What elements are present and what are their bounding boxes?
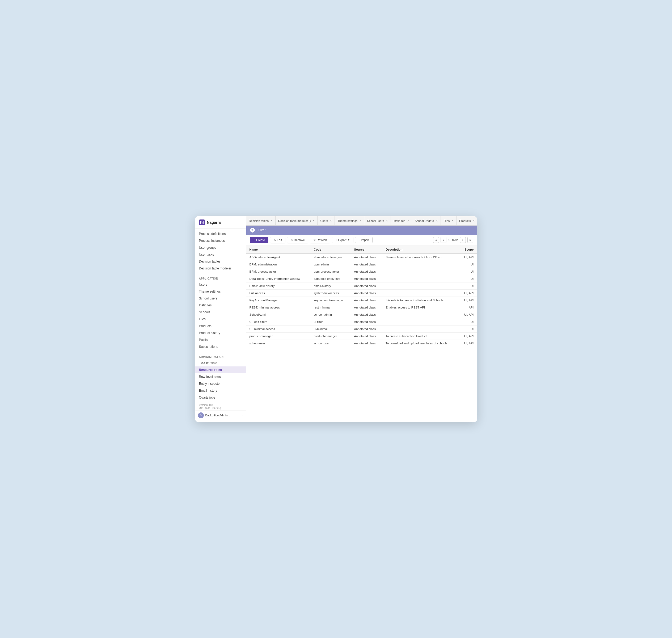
- sidebar-item-subscriptions[interactable]: Subscriptions: [195, 343, 246, 350]
- cell-name: BPM: administration: [246, 261, 310, 268]
- cell-source: Annotated class: [351, 289, 382, 297]
- filter-button[interactable]: Filter: [257, 228, 267, 233]
- cell-source: Annotated class: [351, 311, 382, 318]
- sidebar-item-label: Product history: [199, 331, 220, 335]
- cell-code: bpm-process-actor: [310, 268, 351, 275]
- tab-files[interactable]: Files ✕: [441, 216, 456, 225]
- sidebar-item-product-history[interactable]: Product history: [195, 330, 246, 336]
- last-page-button[interactable]: »: [467, 237, 473, 243]
- user-footer[interactable]: B Backoffice Admin... ›: [195, 410, 246, 420]
- sidebar-item-email-history[interactable]: Email history: [195, 387, 246, 394]
- sidebar-item-files[interactable]: Files: [195, 316, 246, 323]
- tab-school-users[interactable]: School users ✕: [364, 216, 391, 225]
- sidebar-item-label: Theme settings: [199, 290, 221, 293]
- sidebar-item-resource-roles[interactable]: Resource roles: [195, 366, 246, 373]
- sidebar-item-process-instances[interactable]: Process instances: [195, 237, 246, 244]
- prev-page-button[interactable]: ‹: [440, 237, 447, 243]
- table-row[interactable]: UI: minimal access ui-minimal Annotated …: [246, 325, 477, 332]
- tab-close-school-users[interactable]: ✕: [386, 219, 388, 222]
- sidebar-item-decision-table-modeler[interactable]: Decision table modeler: [195, 265, 246, 272]
- tab-close-users[interactable]: ✕: [330, 219, 332, 222]
- table-row[interactable]: Data Tools: Entity Information window da…: [246, 275, 477, 282]
- sidebar-item-products[interactable]: Products: [195, 323, 246, 330]
- table-row[interactable]: BPM: administration bpm-admin Annotated …: [246, 261, 477, 268]
- col-header-description: Description: [382, 246, 459, 253]
- table-row[interactable]: ABO-call-center-Agent abo-call-center-ag…: [246, 253, 477, 261]
- tab-close-institutes[interactable]: ✕: [407, 219, 409, 222]
- sidebar-item-decision-tables[interactable]: Decision tables: [195, 258, 246, 265]
- sidebar-item-process-definitions[interactable]: Process definitions: [195, 230, 246, 237]
- cell-scope: UI: [459, 318, 477, 325]
- sidebar-item-school-users[interactable]: School users: [195, 295, 246, 302]
- tab-decision-table-modeler[interactable]: Decision table modeler () ✕: [275, 216, 318, 225]
- sidebar-item-user-tasks[interactable]: User tasks: [195, 251, 246, 258]
- table-row[interactable]: SchoolAdmin school-admin Annotated class…: [246, 311, 477, 318]
- tab-institutes[interactable]: Institutes ✕: [391, 216, 412, 225]
- table-row[interactable]: Full Access system-full-access Annotated…: [246, 289, 477, 297]
- sidebar-item-user-groups[interactable]: User groups: [195, 244, 246, 251]
- cell-name: Email: view history: [246, 282, 310, 289]
- export-button[interactable]: ↑ Export ▼: [332, 237, 353, 243]
- cell-description: [382, 261, 459, 268]
- tab-close-theme-settings[interactable]: ✕: [359, 219, 362, 222]
- cell-source: Annotated class: [351, 282, 382, 289]
- import-button[interactable]: ↓ Import: [355, 237, 373, 243]
- tab-decision-tables[interactable]: Decision tables ✕: [246, 216, 276, 225]
- table-row[interactable]: Email: view history email-history Annota…: [246, 282, 477, 289]
- edit-button[interactable]: ✎ Edit: [270, 237, 285, 244]
- sidebar-item-label: User groups: [199, 246, 216, 250]
- table-row[interactable]: BPM: process actor bpm-process-actor Ann…: [246, 268, 477, 275]
- tab-theme-settings[interactable]: Theme settings ✕: [335, 216, 364, 225]
- cell-description: this role is to create institution and S…: [382, 297, 459, 304]
- table-row[interactable]: KeyAccountManager key-account-manager An…: [246, 297, 477, 304]
- sidebar-item-quartz-jobs[interactable]: Quartz jobs: [195, 394, 246, 401]
- table-container: Name Code Source Description Scope ABO-c…: [246, 246, 477, 422]
- remove-button[interactable]: ✕ Remove: [287, 237, 308, 244]
- sidebar-item-entity-inspector[interactable]: Entity inspector: [195, 380, 246, 387]
- sidebar-item-users[interactable]: Users: [195, 281, 246, 288]
- table-row[interactable]: product-manager product-manager Annotate…: [246, 332, 477, 340]
- tab-school-update[interactable]: School Update ✕: [412, 216, 441, 225]
- create-button[interactable]: + Create: [250, 237, 268, 243]
- sidebar-item-pupils[interactable]: Pupils: [195, 336, 246, 343]
- cell-scope: UI: [459, 261, 477, 268]
- tab-close-decision-table-modeler[interactable]: ✕: [313, 219, 315, 222]
- cell-name: KeyAccountManager: [246, 297, 310, 304]
- sidebar-item-row-level-roles[interactable]: Row-level roles: [195, 373, 246, 380]
- tab-close-decision-tables[interactable]: ✕: [270, 219, 273, 222]
- cell-code: system-full-access: [310, 289, 351, 297]
- tab-products[interactable]: Products ✕: [456, 216, 477, 225]
- sidebar: Nagarro Process definitions Process inst…: [195, 216, 246, 422]
- first-page-button[interactable]: «: [433, 237, 439, 243]
- tab-users[interactable]: Users ✕: [318, 216, 335, 225]
- refresh-button[interactable]: ↻ Refresh: [310, 237, 331, 244]
- cell-scope: UI, API: [459, 289, 477, 297]
- sidebar-item-schools[interactable]: Schools: [195, 309, 246, 316]
- user-name: Backoffice Admin...: [205, 414, 230, 417]
- next-page-button[interactable]: ›: [460, 237, 466, 243]
- tab-close-products[interactable]: ✕: [473, 219, 475, 222]
- sidebar-item-label: Email history: [199, 389, 217, 392]
- tab-close-school-update[interactable]: ✕: [436, 219, 438, 222]
- table-row[interactable]: REST: minimal access rest-minimal Annota…: [246, 304, 477, 311]
- create-icon: +: [253, 238, 255, 241]
- table-row[interactable]: UI: edit filters ui-filter Annotated cla…: [246, 318, 477, 325]
- tabs-bar: Decision tables ✕ Decision table modeler…: [246, 216, 477, 225]
- cell-source: Annotated class: [351, 340, 382, 347]
- sidebar-item-label: Decision table modeler: [199, 267, 232, 270]
- sidebar-item-theme-settings[interactable]: Theme settings: [195, 288, 246, 295]
- cell-source: Annotated class: [351, 275, 382, 282]
- arrow-right-icon: ›: [242, 414, 243, 417]
- cell-scope: API: [459, 304, 477, 311]
- export-dropdown-icon: ▼: [348, 239, 350, 241]
- cell-name: UI: minimal access: [246, 325, 310, 332]
- cell-scope: UI, API: [459, 311, 477, 318]
- tab-close-files[interactable]: ✕: [451, 219, 454, 222]
- sidebar-item-label: Row-level roles: [199, 375, 221, 379]
- resource-roles-table: Name Code Source Description Scope ABO-c…: [246, 246, 477, 347]
- table-row[interactable]: school-user school-user Annotated class …: [246, 340, 477, 347]
- col-header-scope: Scope: [459, 246, 477, 253]
- sidebar-item-jmx-console[interactable]: JMX console: [195, 359, 246, 366]
- cell-code: bpm-admin: [310, 261, 351, 268]
- sidebar-item-institutes[interactable]: Institutes: [195, 302, 246, 309]
